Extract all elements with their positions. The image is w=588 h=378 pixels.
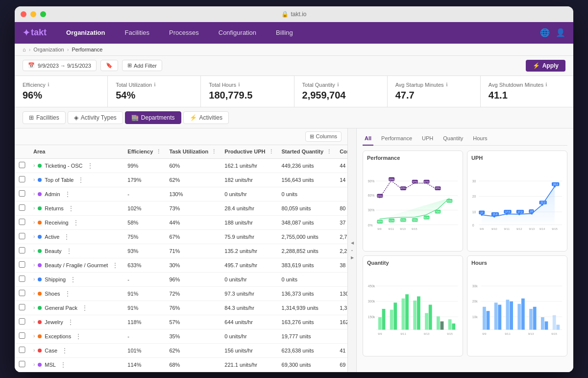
row-checkbox[interactable] — [19, 304, 25, 310]
svg-text:53%: 53% — [413, 218, 418, 221]
collapse-panel[interactable]: ◀ • ▶ — [348, 128, 357, 372]
breadcrumb-organization[interactable]: Organization — [33, 47, 64, 52]
expand-icon[interactable]: › — [33, 234, 35, 239]
row-checkbox[interactable] — [19, 219, 25, 225]
columns-button[interactable]: ⊞ Columns — [305, 131, 342, 142]
nav-organization[interactable]: Organization — [62, 27, 109, 38]
efficiency-header[interactable]: Efficiency ⋮ — [123, 145, 165, 159]
expand-icon[interactable]: › — [33, 220, 35, 225]
tab-activities[interactable]: ⚡ Activities — [183, 111, 229, 124]
nav-processes[interactable]: Processes — [165, 27, 203, 38]
table-row: › Shoes ⋮ 91% 72% 97.3 units/hr 136,373 … — [15, 286, 348, 301]
area-header[interactable]: Area — [29, 145, 123, 159]
expand-icon[interactable]: › — [33, 191, 35, 197]
minimize-button[interactable] — [30, 11, 36, 17]
performance-chart: Performance 90% 60% 30% 0% — [363, 151, 463, 252]
chart-tab-hours[interactable]: Hours — [471, 134, 489, 142]
activities-icon: ⚡ — [190, 114, 197, 121]
utilization-cell: 71% — [165, 244, 220, 258]
row-menu[interactable]: ⋮ — [59, 361, 68, 369]
svg-rect-84 — [382, 309, 386, 330]
metric-shutdown-value: 41.1 — [489, 90, 565, 101]
row-menu[interactable]: ⋮ — [63, 290, 72, 298]
maximize-button[interactable] — [40, 11, 46, 17]
nav-billing[interactable]: Billing — [272, 27, 297, 38]
row-menu[interactable]: ⋮ — [60, 347, 69, 354]
row-menu[interactable]: ⋮ — [63, 190, 72, 198]
data-table: Area Efficiency ⋮ Task Utilization ⋮ Pro… — [15, 145, 348, 372]
utilization-header[interactable]: Task Utilization ⋮ — [165, 145, 220, 159]
row-menu[interactable]: ⋮ — [69, 276, 77, 283]
expand-icon[interactable]: › — [33, 277, 35, 282]
info-icon: ℹ — [545, 82, 547, 87]
metric-hours-value: 180,779.5 — [209, 90, 286, 101]
row-menu[interactable]: ⋮ — [86, 162, 95, 170]
row-menu[interactable]: ⋮ — [111, 261, 120, 269]
date-range-button[interactable]: 📅 9/9/2023 → 9/15/2023 — [23, 60, 97, 71]
row-checkbox[interactable] — [19, 276, 25, 282]
expand-icon[interactable]: › — [33, 333, 35, 339]
row-checkbox[interactable] — [19, 176, 25, 182]
row-checkbox[interactable] — [19, 261, 25, 268]
expand-icon[interactable]: › — [33, 163, 35, 168]
nav-configuration[interactable]: Configuration — [215, 27, 260, 38]
started-cell: 1,314,939 units — [278, 301, 336, 315]
sort-icon: ⋮ — [211, 149, 217, 154]
chart-tab-all[interactable]: All — [363, 134, 373, 146]
expand-icon[interactable]: › — [33, 291, 35, 296]
row-checkbox[interactable] — [19, 190, 25, 197]
svg-text:30: 30 — [472, 179, 476, 182]
row-checkbox[interactable] — [19, 162, 25, 168]
chart-tab-quantity[interactable]: Quantity — [441, 134, 465, 142]
row-menu[interactable]: ⋮ — [80, 304, 89, 312]
add-filter-button[interactable]: ⊞ Add Filter — [122, 60, 162, 71]
row-checkbox[interactable] — [19, 290, 25, 296]
row-menu[interactable]: ⋮ — [74, 332, 83, 340]
expand-icon[interactable]: › — [33, 348, 35, 353]
row-checkbox[interactable] — [19, 347, 25, 353]
row-checkbox[interactable] — [19, 332, 25, 339]
uph-cell: 0 units/hr — [220, 272, 277, 286]
started-header[interactable]: Started Quantity ⋮ — [278, 145, 336, 159]
row-checkbox[interactable] — [19, 233, 25, 239]
bookmark-button[interactable]: 🔖 — [100, 60, 118, 71]
row-menu[interactable]: ⋮ — [76, 176, 85, 184]
row-menu[interactable]: ⋮ — [72, 219, 80, 227]
nav-facilities[interactable]: Facilities — [121, 27, 153, 38]
table-row: › Admin ⋮ - 130% 0 units/hr 0 units — [15, 187, 348, 201]
tab-activity-types[interactable]: ◈ Activity Types — [68, 111, 123, 124]
apply-button[interactable]: ⚡ Apply — [526, 60, 565, 72]
home-icon[interactable]: ⌂ — [23, 47, 26, 52]
hours-chart: Hours 30k 20k 10k — [467, 255, 567, 356]
row-checkbox[interactable] — [19, 361, 25, 367]
started-cell: 383,619 units — [278, 258, 336, 272]
globe-icon[interactable]: 🌐 — [540, 28, 550, 37]
apply-label: Apply — [542, 62, 559, 69]
table-section: ⊞ Columns Area Efficiency ⋮ — [15, 128, 348, 372]
row-menu[interactable]: ⋮ — [67, 204, 75, 212]
uph-header[interactable]: Productive UPH ⋮ — [220, 145, 277, 159]
expand-icon[interactable]: › — [33, 262, 35, 268]
close-button[interactable] — [21, 11, 26, 17]
row-menu[interactable]: ⋮ — [66, 318, 75, 326]
tab-departments[interactable]: 🏬 Departments — [125, 111, 181, 124]
area-dot — [38, 263, 42, 267]
row-menu[interactable]: ⋮ — [62, 233, 71, 241]
user-icon[interactable]: 👤 — [556, 28, 565, 37]
chart-tab-performance[interactable]: Performance — [379, 134, 414, 142]
row-menu[interactable]: ⋮ — [65, 247, 74, 255]
efficiency-cell: 633% — [123, 258, 165, 272]
expand-icon[interactable]: › — [33, 205, 35, 211]
expand-icon[interactable]: › — [33, 362, 35, 367]
expand-icon[interactable]: › — [33, 177, 35, 182]
row-checkbox[interactable] — [19, 204, 25, 211]
row-checkbox[interactable] — [19, 247, 25, 253]
expand-icon[interactable]: › — [33, 319, 35, 325]
completed-header[interactable]: Completed — [336, 145, 348, 159]
tab-facilities[interactable]: ⊞ Facilities — [23, 111, 66, 124]
expand-icon[interactable]: › — [33, 305, 35, 310]
chart-tab-uph[interactable]: UPH — [420, 134, 435, 142]
row-checkbox[interactable] — [19, 318, 25, 325]
expand-icon[interactable]: › — [33, 248, 35, 253]
svg-rect-118 — [541, 317, 544, 330]
